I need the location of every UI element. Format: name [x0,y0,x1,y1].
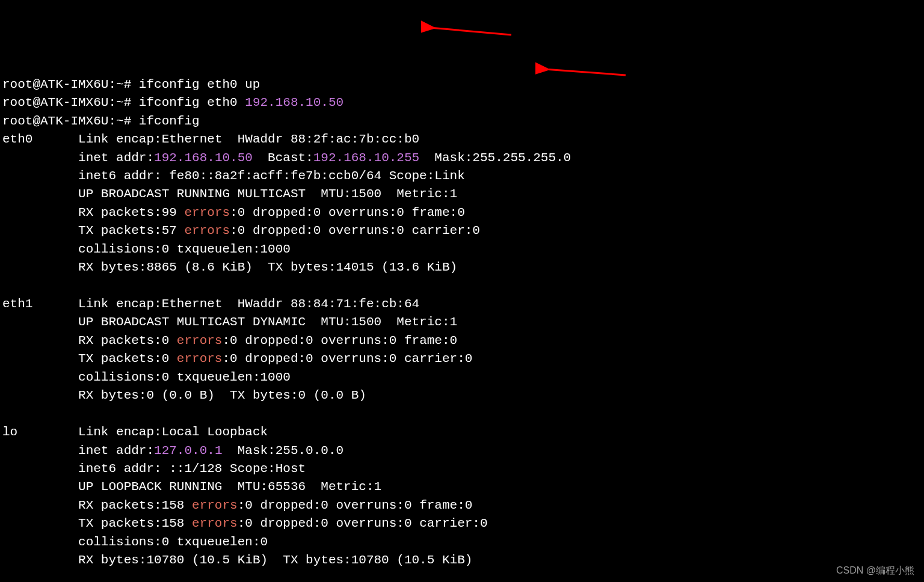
errors-label: errors [177,352,223,366]
lo-link: Link encap:Local Loopback [78,425,268,439]
eth0-bcast: 192.168.10.255 [313,151,419,165]
eth0-coll: collisions:0 txqueuelen:1000 [78,242,291,256]
eth1-rx-a: RX packets:0 [78,334,177,348]
lo-inet-addr: 127.0.0.1 [154,444,222,458]
eth0-tx-a: TX packets:57 [78,224,184,237]
watermark: CSDN @编程小熊 [836,563,914,577]
svg-line-1 [430,28,511,35]
terminal-output[interactable]: root@ATK-IMX6U:~# ifconfig eth0 up root@… [2,76,922,570]
iface-eth1: eth1 [2,297,32,311]
annotation-arrow-1 [421,17,517,41]
eth1-coll: collisions:0 txqueuelen:1000 [78,370,291,384]
svg-line-3 [544,69,626,75]
lo-rx-a: RX packets:158 [78,498,192,512]
cmd-ip-value: 192.168.10.50 [245,96,343,109]
eth1-rx-b: :0 dropped:0 overruns:0 frame:0 [222,334,457,348]
eth0-rx-b: :0 dropped:0 overruns:0 frame:0 [230,206,465,219]
eth1-bytes: RX bytes:0 (0.0 B) TX bytes:0 (0.0 B) [78,388,366,402]
eth0-tx-b: :0 dropped:0 overruns:0 carrier:0 [230,224,480,237]
eth0-mask: Mask:255.255.255.0 [419,151,571,165]
errors-label: errors [184,206,230,219]
errors-label: errors [192,516,238,530]
eth1-tx-b: :0 dropped:0 overruns:0 carrier:0 [222,352,472,366]
eth1-tx-a: TX packets:0 [78,352,177,366]
cmd-ifconfig-up: ifconfig eth0 up [139,78,260,91]
eth1-link: Link encap:Ethernet HWaddr 88:84:71:fe:c… [78,297,419,311]
prompt: root@ATK-IMX6U:~# [2,114,139,128]
lo-bytes: RX bytes:10780 (10.5 KiB) TX bytes:10780… [78,553,472,567]
lo-inet-pre: inet addr: [78,444,154,458]
prompt: root@ATK-IMX6U:~# [2,96,139,109]
iface-eth0: eth0 [2,132,32,146]
cmd-ifconfig: ifconfig [139,114,200,128]
eth1-flags: UP BROADCAST MULTICAST DYNAMIC MTU:1500 … [78,315,457,329]
lo-tx-a: TX packets:158 [78,516,192,530]
errors-label: errors [192,498,238,512]
eth0-bcast-pre: Bcast: [253,151,313,165]
prompt: root@ATK-IMX6U:~# [2,78,139,91]
eth0-flags: UP BROADCAST RUNNING MULTICAST MTU:1500 … [78,187,457,201]
lo-coll: collisions:0 txqueuelen:0 [78,535,268,549]
errors-label: errors [184,224,230,237]
eth0-bytes: RX bytes:8865 (8.6 KiB) TX bytes:14015 (… [78,260,457,274]
errors-label: errors [177,334,223,348]
annotation-arrow-2 [535,60,632,84]
eth0-inet6: inet6 addr: fe80::8a2f:acff:fe7b:ccb0/64… [78,169,465,183]
lo-mask: Mask:255.0.0.0 [222,444,343,458]
iface-lo: lo [2,425,17,439]
eth0-inet-addr: 192.168.10.50 [154,151,253,165]
lo-tx-b: :0 dropped:0 overruns:0 carrier:0 [238,516,488,530]
cmd-ifconfig-ip-pre: ifconfig eth0 [139,96,245,109]
lo-flags: UP LOOPBACK RUNNING MTU:65536 Metric:1 [78,480,381,494]
lo-inet6: inet6 addr: ::1/128 Scope:Host [78,462,306,476]
eth0-inet-pre: inet addr: [78,151,154,165]
eth0-rx-a: RX packets:99 [78,206,184,219]
eth0-link: Link encap:Ethernet HWaddr 88:2f:ac:7b:c… [78,132,419,146]
lo-rx-b: :0 dropped:0 overruns:0 frame:0 [238,498,473,512]
